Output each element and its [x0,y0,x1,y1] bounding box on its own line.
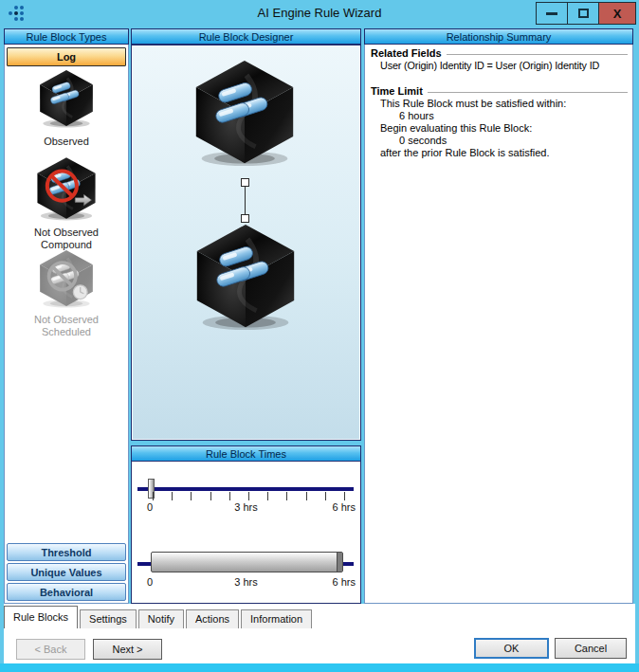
rule-block-cube-1[interactable] [189,59,301,167]
slider1-label-3hrs: 3 hrs [132,501,360,513]
relationship-summary-header: Relationship Summary [364,28,633,45]
minimize-button[interactable] [537,3,568,24]
rule-block-designer-canvas[interactable] [131,45,361,441]
rule-block-designer-header: Rule Block Designer [131,28,361,45]
maximize-icon [578,9,589,18]
section-rule-line [428,92,628,93]
rule-block-cube-2[interactable] [190,223,301,331]
category-log-button[interactable]: Log [7,47,126,66]
not-observed-compound-icon [32,156,100,221]
category-unique-values-button[interactable]: Unique Values [7,563,126,581]
connector-line [245,187,246,214]
rule-type-not-observed-compound[interactable]: Not Observed Compound [5,156,128,251]
window-bottom-edge [0,663,639,672]
section-rule-line [447,54,628,55]
window-controls: X [536,2,636,25]
time-limit-line: 6 hours [371,110,628,122]
related-fields-section-title: Related Fields [371,47,628,60]
evaluation-slider-ticks [153,492,345,500]
rule-block-designer-panel: Rule Block Designer Rule Block Times 0 3… [131,28,361,604]
rule-block-times-header: Rule Block Times [131,445,361,462]
slider2-label-6hrs: 6 hrs [333,576,356,588]
category-threshold-button[interactable]: Threshold [7,543,126,561]
tab-strip: Rule Blocks Settings Notify Actions Info… [4,605,314,628]
time-limit-line: 0 seconds [371,135,628,147]
tab-notify[interactable]: Notify [138,609,184,628]
minimize-icon [546,12,557,15]
relationship-summary-panel: Relationship Summary Related Fields User… [364,28,633,604]
time-limit-line: after the prior Rule Block is satisfied. [371,147,628,159]
rule-block-types-header: Rule Block Types [4,28,129,45]
time-limit-line: Begin evaluating this Rule Block: [371,122,628,135]
observed-cube-icon [36,69,97,128]
relationship-summary-body: Related Fields User (Origin) Identity ID… [364,45,633,604]
evaluation-slider-track[interactable] [137,487,354,491]
slider1-label-6hrs: 6 hrs [333,501,356,513]
tab-information[interactable]: Information [241,609,312,628]
category-behavioral-button[interactable]: Behavioral [7,583,126,601]
rule-type-not-observed-compound-label: Not Observed Compound [14,227,119,251]
tab-actions[interactable]: Actions [186,609,239,628]
ai-engine-rule-wizard-window: AI Engine Rule Wizard X Rule Block Types… [0,0,639,672]
related-fields-value: User (Origin) Identity ID = User (Origin… [371,60,628,72]
tab-settings[interactable]: Settings [80,609,137,628]
tab-rule-blocks[interactable]: Rule Blocks [4,606,78,628]
rule-type-not-observed-scheduled-label: Not Observed Scheduled [14,314,119,338]
slider2-label-3hrs: 3 hrs [132,576,360,588]
time-limit-line: This Rule Block must be satisfied within… [371,98,628,110]
next-button[interactable]: Next > [93,639,162,660]
connector-handle-top[interactable] [241,178,249,187]
close-button[interactable]: X [599,3,635,24]
rule-type-not-observed-scheduled: Not Observed Scheduled [5,249,128,338]
maximize-button[interactable] [568,3,599,24]
connector-handle-bottom[interactable] [241,214,249,223]
ok-button[interactable]: OK [474,638,549,659]
cancel-button[interactable]: Cancel [555,638,627,659]
rule-block-times-body: 0 3 hrs 6 hrs 0 3 hrs 6 hrs [131,462,361,604]
footer: Rule Blocks Settings Notify Actions Info… [4,604,635,663]
rule-type-observed-label: Observed [5,136,128,148]
time-limit-section-title: Time Limit [371,85,628,98]
not-observed-scheduled-icon [35,249,98,308]
rule-block-types-body: Log Observed Not Observed Compound Not O… [4,45,129,604]
titlebar: AI Engine Rule Wizard X [0,0,639,27]
rule-type-observed[interactable]: Observed [5,69,128,148]
rule-block-types-panel: Rule Block Types Log Observed Not Observ… [4,28,129,604]
time-limit-range-bar[interactable] [151,552,343,572]
back-button: < Back [16,639,85,660]
